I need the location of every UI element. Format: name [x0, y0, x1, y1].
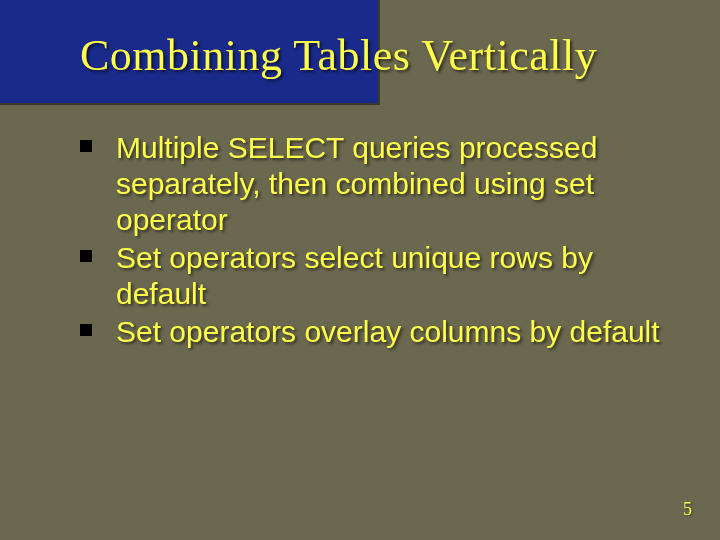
bullet-item: Set operators overlay columns by default — [80, 314, 660, 350]
bullet-item: Set operators select unique rows by defa… — [80, 240, 660, 312]
square-bullet-icon — [80, 324, 92, 336]
bullet-text: Multiple SELECT queries processed separa… — [116, 131, 597, 236]
bullet-text: Set operators overlay columns by default — [116, 315, 660, 348]
bullet-item: Multiple SELECT queries processed separa… — [80, 130, 660, 238]
bullet-text: Set operators select unique rows by defa… — [116, 241, 593, 310]
slide-title: Combining Tables Vertically — [80, 30, 680, 81]
slide: Combining Tables Vertically Multiple SEL… — [0, 0, 720, 540]
slide-content: Multiple SELECT queries processed separa… — [80, 130, 660, 352]
square-bullet-icon — [80, 250, 92, 262]
page-number: 5 — [683, 499, 692, 520]
square-bullet-icon — [80, 140, 92, 152]
